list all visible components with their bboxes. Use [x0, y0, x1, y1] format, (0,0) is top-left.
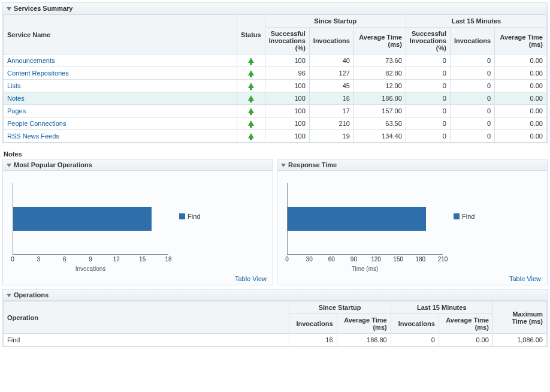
service-link[interactable]: Lists	[7, 82, 21, 89]
legend-label: Find	[462, 213, 475, 220]
cell-inv: 45	[309, 80, 353, 92]
service-link[interactable]: Content Repositories	[7, 70, 69, 77]
cell-lavg: 0.00	[495, 105, 547, 117]
chart-legend: Find	[179, 213, 200, 220]
cell-inv: 17	[309, 105, 353, 117]
cell-avg: 82.80	[353, 67, 406, 80]
cell-lavg: 0.00	[495, 80, 547, 92]
col-max[interactable]: Maximum Time (ms)	[492, 301, 546, 334]
chart-tick: 150	[393, 256, 403, 263]
service-link[interactable]: RSS News Feeds	[7, 132, 59, 140]
collapse-icon[interactable]	[7, 294, 11, 297]
cell-avg: 134.40	[353, 130, 406, 143]
legend-swatch	[454, 213, 460, 219]
cell-lsucc: 0	[406, 117, 450, 130]
col-inv-last15[interactable]: Invocations	[391, 314, 439, 334]
cell-max: 1,086.00	[492, 334, 546, 346]
table-row[interactable]: Lists1004512.00000.00	[4, 80, 547, 92]
col-group-last15: Last 15 Minutes	[391, 301, 492, 314]
cell-succ: 100	[265, 80, 309, 92]
legend-swatch	[179, 213, 185, 219]
legend-label: Find	[188, 213, 200, 220]
table-view-link[interactable]: Table View	[509, 275, 541, 282]
service-link[interactable]: Pages	[7, 107, 26, 114]
cell-lsucc: 0	[406, 80, 450, 92]
cell-succ: 100	[265, 130, 309, 143]
chart-tick: 12	[113, 256, 120, 263]
cell-linv: 0	[450, 80, 494, 92]
table-row[interactable]: Content Repositories9612782.80000.00	[4, 67, 547, 80]
table-row[interactable]: Announcements1004073.60000.00	[4, 55, 547, 67]
cell-op: Find	[4, 334, 289, 346]
service-link[interactable]: Announcements	[7, 57, 55, 64]
response-time-chart: Find 0306090120150180210 Time (ms) Table…	[277, 171, 547, 285]
cell-lsucc: 0	[406, 130, 450, 143]
col-inv-last15[interactable]: Invocations	[450, 28, 494, 55]
collapse-icon[interactable]	[7, 7, 11, 11]
cell-lavg: 0.00	[495, 117, 547, 130]
cell-avg: 157.00	[353, 105, 406, 117]
cell-linv: 0	[450, 117, 494, 130]
cell-succ: 96	[265, 67, 309, 80]
chart-tick: 0	[11, 256, 14, 263]
cell-avg: 63.50	[353, 117, 406, 130]
cell-lavg: 0.00	[495, 67, 547, 80]
status-up-icon	[248, 120, 254, 126]
col-avg-last15[interactable]: Average Time (ms)	[495, 28, 547, 55]
cell-avg: 186.80	[337, 334, 391, 346]
col-succ-startup[interactable]: Successful Invocations (%)	[265, 28, 309, 55]
popular-operations-header[interactable]: Most Popular Operations	[3, 159, 273, 171]
response-time-title: Response Time	[288, 161, 337, 168]
col-avg-startup[interactable]: Average Time (ms)	[353, 28, 406, 55]
col-status[interactable]: Status	[237, 15, 265, 55]
collapse-icon[interactable]	[7, 164, 11, 167]
cell-linv: 0	[450, 105, 494, 117]
collapse-icon[interactable]	[281, 164, 286, 167]
popular-operations-panel: Most Popular Operations Find 0369121518 …	[2, 159, 273, 285]
cell-linv: 0	[450, 67, 494, 80]
col-inv-startup[interactable]: Invocations	[289, 314, 337, 334]
services-summary-panel: Services Summary Service Name Status Sin…	[2, 2, 548, 143]
cell-lavg: 0.00	[495, 92, 547, 105]
chart-xlabel: Invocations	[13, 266, 168, 272]
col-operation[interactable]: Operation	[4, 301, 289, 334]
table-row[interactable]: RSS News Feeds10019134.40000.00	[4, 130, 547, 143]
cell-lavg: 0.00	[495, 55, 547, 67]
col-service-name[interactable]: Service Name	[4, 15, 237, 55]
status-up-icon	[248, 133, 254, 138]
services-summary-title: Services Summary	[14, 5, 72, 12]
popular-operations-chart: Find 0369121518 Invocations Table View	[3, 171, 273, 285]
col-avg-startup[interactable]: Average Time (ms)	[337, 314, 391, 334]
col-succ-last15[interactable]: Successful Invocations (%)	[406, 28, 450, 55]
status-up-icon	[248, 70, 254, 76]
table-row[interactable]: Find16186.8000.001,086.00	[4, 334, 547, 346]
services-table: Service Name Status Since Startup Last 1…	[3, 14, 547, 143]
chart-tick: 60	[328, 256, 335, 263]
cell-linv: 0	[391, 334, 439, 346]
col-avg-last15[interactable]: Average Time (ms)	[439, 314, 492, 334]
chart-tick: 9	[89, 256, 92, 263]
table-row[interactable]: Notes10016186.80000.00	[4, 92, 547, 105]
cell-lavg: 0.00	[495, 130, 547, 143]
operations-title: Operations	[14, 291, 49, 298]
cell-succ: 100	[265, 55, 309, 67]
chart-tick: 30	[306, 256, 313, 263]
cell-lsucc: 0	[406, 92, 450, 105]
operations-header[interactable]: Operations	[3, 290, 547, 301]
service-link[interactable]: Notes	[7, 95, 25, 102]
table-row[interactable]: People Connections10021063.50000.00	[4, 117, 547, 130]
cell-lsucc: 0	[406, 105, 450, 117]
col-inv-startup[interactable]: Invocations	[309, 28, 353, 55]
cell-inv: 210	[309, 117, 353, 130]
chart-tick: 120	[371, 256, 381, 263]
cell-lsucc: 0	[406, 55, 450, 67]
response-time-header[interactable]: Response Time	[277, 159, 547, 171]
table-view-link[interactable]: Table View	[235, 275, 267, 282]
chart-tick: 3	[37, 256, 41, 263]
status-up-icon	[248, 108, 254, 113]
services-summary-header[interactable]: Services Summary	[3, 3, 547, 14]
service-link[interactable]: People Connections	[7, 120, 66, 127]
chart-tick: 15	[139, 256, 146, 263]
table-row[interactable]: Pages10017157.00000.00	[4, 105, 547, 117]
cell-lsucc: 0	[406, 67, 450, 80]
